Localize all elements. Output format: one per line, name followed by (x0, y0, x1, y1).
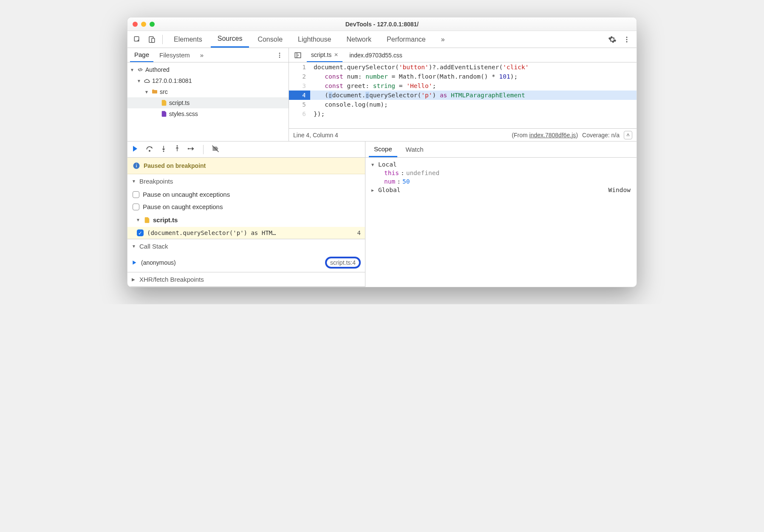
device-toolbar-icon[interactable] (145, 33, 158, 46)
cursor-position: Line 4, Column 4 (293, 132, 338, 139)
tabs-overflow[interactable]: » (434, 31, 452, 48)
scope-tabs: Scope Watch (365, 141, 637, 158)
resume-button[interactable] (131, 144, 139, 154)
svg-point-3 (626, 37, 628, 38)
separator (203, 145, 204, 154)
breakpoint-row[interactable]: ✓ (document.querySelector('p') as HTM… 4 (127, 227, 365, 239)
close-tab-icon[interactable]: ✕ (334, 52, 338, 58)
sources-main: Page Filesystem » ▼ Authored ▼ 127.0.0.1… (127, 48, 637, 141)
svg-point-13 (188, 148, 189, 149)
pause-caught-checkbox[interactable]: Pause on caught exceptions (127, 201, 365, 213)
scope-var-this[interactable]: this: undefined (367, 169, 635, 177)
svg-point-12 (177, 145, 178, 147)
svg-point-10 (149, 150, 150, 152)
tab-watch[interactable]: Watch (401, 141, 429, 157)
tab-elements[interactable]: Elements (167, 31, 209, 48)
breakpoint-file-header[interactable]: ▼ script.ts (127, 213, 365, 227)
scope-body: ▼Local this: undefined num: 50 ▶GlobalWi… (365, 158, 637, 197)
editor-tab-script-ts[interactable]: script.ts ✕ (307, 48, 342, 62)
svg-point-7 (279, 54, 280, 56)
toggle-navigator-icon[interactable] (291, 49, 304, 62)
top-tabbar: Elements Sources Console Lighthouse Netw… (127, 31, 637, 48)
navigator-more-icon[interactable] (273, 49, 286, 62)
tree-node-folder-src[interactable]: ▼ src (127, 86, 289, 97)
separator (162, 35, 163, 44)
gutter-line[interactable]: 5 (289, 100, 310, 109)
file-script-icon (144, 217, 150, 224)
navtab-page[interactable]: Page (130, 48, 153, 62)
editor-panel: script.ts ✕ index.d9703d55.css 1document… (289, 48, 637, 141)
gutter-line[interactable]: 6 (289, 109, 310, 119)
svg-rect-16 (136, 164, 137, 165)
xhr-breakpoints-header[interactable]: ▶XHR/fetch Breakpoints (127, 272, 365, 286)
show-coverage-icon[interactable] (624, 131, 632, 139)
tab-network[interactable]: Network (340, 31, 378, 48)
code-icon (137, 66, 144, 73)
deactivate-breakpoints-button[interactable] (211, 144, 220, 154)
tab-lighthouse[interactable]: Lighthouse (291, 31, 338, 48)
titlebar: DevTools - 127.0.0.1:8081/ (127, 17, 637, 31)
gutter-line[interactable]: 2 (289, 72, 310, 81)
step-out-button[interactable] (173, 145, 181, 154)
breakpoints-section: ▼Breakpoints Pause on uncaught exception… (127, 174, 365, 239)
coverage-status: Coverage: n/a (582, 132, 620, 139)
tree-node-authored[interactable]: ▼ Authored (127, 64, 289, 75)
devtools-window: DevTools - 127.0.0.1:8081/ Elements Sour… (127, 17, 637, 287)
cloud-icon (144, 77, 150, 84)
svg-point-5 (626, 41, 628, 42)
step-over-button[interactable] (145, 144, 154, 154)
tree-file-script-ts[interactable]: script.ts (127, 97, 289, 108)
navtab-overflow[interactable]: » (196, 48, 208, 62)
scope-var-num[interactable]: num: 50 (367, 177, 635, 186)
svg-rect-15 (136, 165, 137, 167)
callstack-section: ▼Call Stack (anonymous) script.ts:4 (127, 239, 365, 272)
navigator-tabs: Page Filesystem » (127, 48, 289, 62)
tree-file-styles-scss[interactable]: styles.scss (127, 108, 289, 119)
inspect-element-icon[interactable] (131, 33, 144, 46)
gutter-line[interactable]: 1 (289, 62, 310, 72)
svg-point-4 (626, 39, 628, 40)
step-button[interactable] (187, 144, 195, 154)
window-title: DevTools - 127.0.0.1:8081/ (127, 21, 637, 28)
scope-local-header[interactable]: ▼Local (367, 160, 635, 169)
tab-scope[interactable]: Scope (369, 141, 397, 157)
settings-icon[interactable] (606, 33, 619, 46)
gutter-line-current[interactable]: 4 (289, 91, 310, 100)
more-menu-icon[interactable] (620, 33, 633, 46)
paused-banner: Paused on breakpoint (127, 158, 365, 174)
debugger-panel: Paused on breakpoint ▼Breakpoints Pause … (127, 141, 637, 287)
tree-node-host[interactable]: ▼ 127.0.0.1:8081 (127, 75, 289, 86)
pause-uncaught-checkbox[interactable]: Pause on uncaught exceptions (127, 188, 365, 201)
callstack-location[interactable]: script.ts:4 (325, 257, 361, 269)
tab-sources[interactable]: Sources (211, 31, 249, 48)
file-script-icon (161, 99, 167, 106)
sourcemap-origin: (From index.7808df6e.js) (512, 132, 578, 139)
xhr-breakpoints-section: ▶XHR/fetch Breakpoints (127, 272, 365, 287)
gutter-line[interactable]: 3 (289, 81, 310, 91)
svg-point-8 (279, 57, 280, 58)
svg-point-11 (163, 151, 164, 152)
editor-tabs: script.ts ✕ index.d9703d55.css (289, 48, 637, 62)
file-style-icon (161, 110, 167, 117)
debugger-left: Paused on breakpoint ▼Breakpoints Pause … (127, 141, 365, 287)
folder-icon (151, 88, 158, 95)
code-editor[interactable]: 1document.querySelector('button')?.addEv… (289, 62, 637, 128)
debugger-toolbar (127, 141, 365, 158)
svg-point-6 (279, 53, 280, 54)
tab-performance[interactable]: Performance (380, 31, 433, 48)
navigator-panel: Page Filesystem » ▼ Authored ▼ 127.0.0.1… (127, 48, 289, 141)
callstack-header[interactable]: ▼Call Stack (127, 239, 365, 253)
breakpoints-header[interactable]: ▼Breakpoints (127, 174, 365, 188)
file-tree: ▼ Authored ▼ 127.0.0.1:8081 ▼ src script… (127, 62, 289, 121)
editor-tab-index-css[interactable]: index.d9703d55.css (345, 48, 407, 62)
scope-global-header[interactable]: ▶GlobalWindow (367, 186, 635, 194)
tab-console[interactable]: Console (251, 31, 289, 48)
svg-rect-2 (152, 38, 155, 42)
scope-panel: Scope Watch ▼Local this: undefined num: … (365, 141, 637, 287)
editor-statusbar: Line 4, Column 4 (From index.7808df6e.js… (289, 128, 637, 141)
step-into-button[interactable] (160, 145, 167, 154)
callstack-frame[interactable]: (anonymous) script.ts:4 (127, 253, 365, 272)
navtab-filesystem[interactable]: Filesystem (155, 48, 194, 62)
